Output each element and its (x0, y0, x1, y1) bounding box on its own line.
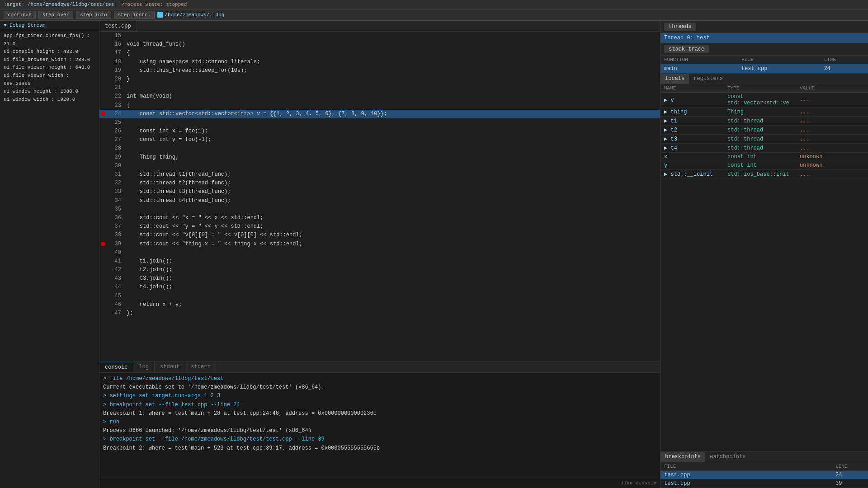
local-name: ▶ v (660, 96, 724, 104)
code-row[interactable]: 26 const int x = foo(1); (99, 127, 660, 136)
breakpoint-col (99, 283, 107, 291)
code-row[interactable]: 21 (99, 84, 660, 92)
code-row[interactable]: 17{ (99, 49, 660, 57)
debug-stream-header: ▼ Debug Stream (0, 21, 99, 30)
console-tab-stderr[interactable]: stderr (185, 362, 216, 372)
code-row[interactable]: 41 t1.join(); (99, 257, 660, 266)
line-number: 17 (107, 49, 125, 57)
code-row[interactable]: 37 std::cout << "y = " << y << std::endl… (99, 222, 660, 231)
code-row[interactable]: 39 std::cout << "thing.x = " << thing.x … (99, 240, 660, 249)
debug-line: ui.file_browser_width : 288.0 (4, 56, 95, 64)
code-row[interactable]: 20} (99, 75, 660, 84)
registers-tab[interactable]: registers (689, 74, 727, 84)
console-output-line: > breakpoint set --file /home/zmeadows/l… (103, 435, 656, 444)
code-content[interactable]: 1516void thread_func()17{18 using namesp… (99, 32, 660, 361)
locals-header-name: NAME (660, 84, 724, 92)
breakpoint-col (99, 292, 107, 300)
code-row[interactable]: 25 (99, 118, 660, 127)
line-number: 24 (107, 110, 125, 118)
line-number: 23 (107, 101, 125, 110)
bp-row[interactable]: test.cpp39 (660, 479, 868, 488)
code-row[interactable]: 31 std::thread t1(thread_func); (99, 170, 660, 179)
code-row[interactable]: 33 std::thread t3(thread_func); (99, 188, 660, 196)
code-row[interactable]: 16void thread_func() (99, 40, 660, 49)
local-row[interactable]: yconst intunknown (660, 161, 868, 170)
breakpoint-col (99, 205, 107, 214)
watchpoints-tab[interactable]: watchpoints (705, 452, 750, 462)
threads-tab[interactable]: threads (664, 23, 696, 31)
breakpoint-col (99, 136, 107, 144)
right-panel: threads Thread 0: test stack trace FUNCT… (660, 21, 868, 488)
code-row[interactable]: 24 const std::vector<std::vector<int>> v… (99, 110, 660, 118)
threads-section: threads Thread 0: test (660, 21, 868, 43)
step-into-button[interactable]: step into (76, 11, 111, 19)
stack-row[interactable]: maintest.cpp24 (660, 64, 868, 74)
continue-button[interactable]: continue (4, 11, 36, 19)
code-line-content: using namespace std::chrono_literals; (125, 58, 660, 66)
thread-item[interactable]: Thread 0: test (660, 33, 868, 43)
code-row[interactable]: 36 std::cout << "x = " << x << std::endl… (99, 214, 660, 222)
breakpoint-col (99, 197, 107, 205)
bp-row[interactable]: test.cpp24 (660, 471, 868, 479)
breakpoint-col (99, 144, 107, 153)
console-tab-log[interactable]: log (133, 362, 155, 372)
code-row[interactable]: 40 (99, 249, 660, 257)
file-tab-item[interactable]: test.cpp (99, 21, 137, 31)
code-row[interactable]: 44 t4.join(); (99, 283, 660, 291)
breakpoints-tab[interactable]: breakpoints (660, 452, 705, 462)
local-row[interactable]: ▶ t4std::thread... (660, 144, 868, 153)
code-line-content (125, 162, 660, 170)
local-row[interactable]: ▶ t1std::thread... (660, 117, 868, 126)
code-row[interactable]: 38 std::cout << "v[0][0] = " << v[0][0] … (99, 231, 660, 239)
line-number: 30 (107, 162, 125, 170)
code-row[interactable]: 28 (99, 144, 660, 153)
code-line-content: t4.join(); (125, 283, 660, 291)
line-number: 43 (107, 274, 125, 283)
locals-header-type: TYPE (724, 84, 796, 92)
breakpoint-col (99, 266, 107, 274)
code-row[interactable]: 32 std::thread t2(thread_func); (99, 179, 660, 188)
line-number: 15 (107, 32, 125, 40)
breakpoint-col (99, 84, 107, 92)
step-over-button[interactable]: step over (38, 11, 73, 19)
code-row[interactable]: 15 (99, 32, 660, 40)
local-row[interactable]: ▶ thingThing... (660, 108, 868, 117)
local-row[interactable]: ▶ std::__ioinitstd::ios_base::Init... (660, 170, 868, 179)
code-row[interactable]: 35 (99, 205, 660, 214)
debug-line: app.fps_timer.current_fps() : 31.0 (4, 32, 95, 48)
code-row[interactable]: 46 return x + y; (99, 300, 660, 309)
local-row[interactable]: ▶ t3std::thread... (660, 135, 868, 144)
code-row[interactable]: 19 std::this_thread::sleep_for(10s); (99, 66, 660, 75)
console-tab-console[interactable]: console (99, 362, 133, 372)
code-row[interactable]: 43 t3.join(); (99, 274, 660, 283)
console-output-line: > settings set target.run-args 1 2 3 (103, 392, 656, 400)
local-row[interactable]: xconst intunknown (660, 153, 868, 161)
code-line-content: const std::vector<std::vector<int>> v = … (125, 110, 660, 118)
line-number: 33 (107, 188, 125, 196)
code-row[interactable]: 23{ (99, 101, 660, 110)
code-row[interactable]: 42 t2.join(); (99, 266, 660, 274)
code-line-content: std::thread t3(thread_func); (125, 188, 660, 196)
stack-tbody: maintest.cpp24 (660, 64, 868, 74)
target-path: Target: /home/zmeadows/lldbg/test/tes (4, 2, 114, 7)
local-row[interactable]: ▶ t2std::thread... (660, 126, 868, 135)
code-row[interactable]: 45 (99, 292, 660, 300)
debug-stream-content: app.fps_timer.current_fps() : 31.0ui.con… (0, 30, 99, 488)
line-number: 35 (107, 205, 125, 214)
code-row[interactable]: 29 Thing thing; (99, 153, 660, 162)
code-row[interactable]: 47}; (99, 309, 660, 318)
code-row[interactable]: 22int main(void) (99, 92, 660, 101)
local-row[interactable]: ▶ vconst std::vector<std::ve... (660, 93, 868, 108)
code-row[interactable]: 18 using namespace std::chrono_literals; (99, 58, 660, 66)
step-instr-button[interactable]: step instr. (114, 11, 155, 19)
path-label: /home/zmeadows/lldbg (157, 12, 224, 18)
console-input[interactable] (99, 478, 617, 488)
code-row[interactable]: 30 (99, 162, 660, 170)
code-row[interactable]: 34 std::thread t4(thread_func); (99, 197, 660, 205)
stack-trace-tab[interactable]: stack trace (664, 45, 709, 53)
code-row[interactable]: 27 const int y = foo(-1); (99, 136, 660, 144)
locals-tab[interactable]: locals (660, 74, 689, 84)
console-tab-stdout[interactable]: stdout (155, 362, 185, 372)
line-number: 41 (107, 257, 125, 266)
file-tab-bar: test.cpp (99, 21, 660, 32)
